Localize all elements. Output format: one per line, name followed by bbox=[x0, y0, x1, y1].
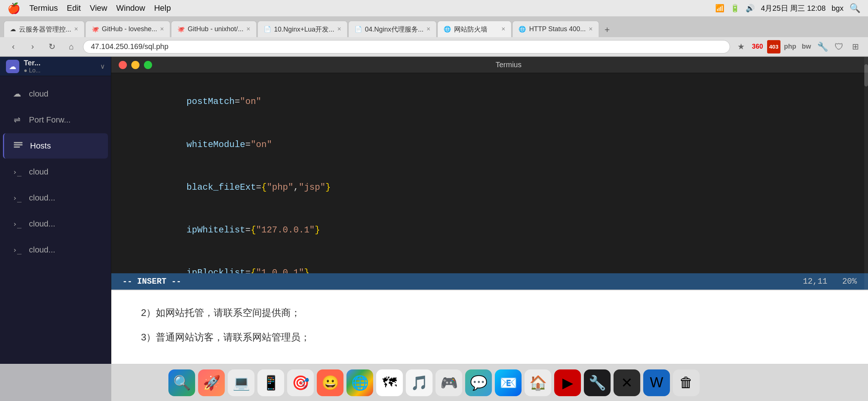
code-line-2: whiteModule="on" bbox=[122, 123, 857, 166]
browser-chrome: ☁ 云服务器管理控... × 🐙 GitHub - loveshe... × 🐙… bbox=[0, 16, 868, 57]
address-bar: ‹ › ↻ ⌂ ★ 360 403 php bw 🔧 🛡 ⊞ bbox=[0, 37, 868, 56]
cloud-icon: ☁ bbox=[10, 87, 24, 101]
dock-app-3[interactable]: 🎯 bbox=[287, 369, 314, 396]
sidebar-item-portforward-label: Port Forw... bbox=[29, 115, 70, 125]
tab-6[interactable]: 🌐 网站防火墙 × bbox=[437, 21, 512, 37]
tab-4-close[interactable]: × bbox=[337, 25, 341, 33]
terminal-title: Termius bbox=[496, 61, 522, 69]
forward-button[interactable]: › bbox=[25, 39, 40, 54]
dock-app-5[interactable]: 🗺 bbox=[376, 369, 403, 396]
dock-app-9[interactable]: 📧 bbox=[495, 369, 522, 396]
tab-5[interactable]: 📄 04.Nginx代理服务... × bbox=[348, 21, 437, 37]
extension-2[interactable]: 🛡 bbox=[832, 40, 846, 53]
php-badge: php bbox=[783, 40, 797, 53]
tab-1-favicon: ☁ bbox=[10, 26, 16, 33]
sidebar-chevron[interactable]: ∨ bbox=[100, 62, 105, 71]
sidebar-title-area: Ter... ● Lo... bbox=[24, 59, 96, 74]
address-bar-right: ★ 360 403 php bw 🔧 🛡 ⊞ bbox=[734, 40, 862, 53]
webpage-item-1: 2）如网站托管，请联系空间提供商； bbox=[141, 305, 838, 321]
tab-1-close[interactable]: × bbox=[74, 25, 78, 33]
back-button[interactable]: ‹ bbox=[6, 39, 21, 54]
hosts-icon bbox=[11, 139, 25, 153]
refresh-button[interactable]: ↻ bbox=[45, 39, 59, 54]
tab-4[interactable]: 📄 10.Nginx+Lua开发... × bbox=[257, 21, 348, 37]
tab-7-close[interactable]: × bbox=[589, 25, 593, 33]
sidebar-item-cloud2[interactable]: ›_ cloud bbox=[3, 159, 108, 185]
terminus-logo: ☁ bbox=[6, 60, 19, 73]
menu-edit[interactable]: Edit bbox=[67, 3, 81, 13]
sidebar-item-cloud2-label: cloud bbox=[29, 167, 49, 177]
spotlight-icon[interactable]: 🔍 bbox=[849, 3, 861, 13]
dock-app-10[interactable]: 🏠 bbox=[525, 369, 551, 396]
editor-content[interactable]: postMatch="on" whiteModule="on" black_fi… bbox=[111, 73, 868, 273]
error-badge: 403 bbox=[767, 40, 780, 53]
dock-app-12[interactable]: 🔧 bbox=[584, 369, 611, 396]
dock-app-2[interactable]: 📱 bbox=[257, 369, 284, 396]
sidebar-item-portforward[interactable]: ⇌ Port Forw... bbox=[3, 107, 108, 133]
tab-5-favicon: 📄 bbox=[355, 26, 362, 33]
terminus-sidebar: ☁ Ter... ● Lo... ∨ ☁ cloud ⇌ Port F bbox=[0, 57, 111, 401]
menu-user: bgx bbox=[832, 4, 844, 13]
editor-scrollbar[interactable] bbox=[864, 57, 868, 401]
sidebar-item-hosts-label: Hosts bbox=[30, 141, 51, 151]
new-tab-button[interactable]: + bbox=[600, 22, 615, 37]
tab-6-close[interactable]: × bbox=[502, 25, 506, 33]
tab-2-title: GitHub - loveshe... bbox=[102, 25, 157, 33]
terminal-icon-4: ›_ bbox=[10, 243, 24, 257]
tab-2-close[interactable]: × bbox=[160, 25, 164, 33]
tab-4-favicon: 📄 bbox=[264, 26, 271, 33]
menu-help[interactable]: Help bbox=[154, 3, 171, 13]
360-icon[interactable]: 360 bbox=[751, 40, 764, 53]
sidebar-item-hosts[interactable]: Hosts bbox=[3, 133, 108, 159]
terminus-window: Termius postMatch="on" whiteModule="on" … bbox=[111, 57, 868, 401]
menu-window[interactable]: Window bbox=[116, 3, 145, 13]
url-input[interactable] bbox=[83, 40, 730, 53]
code-line-4: ipWhitelist={"127.0.0.1"} bbox=[122, 209, 857, 252]
dock-trash[interactable]: 🗑 bbox=[673, 369, 700, 396]
sidebar-item-cloud1[interactable]: ☁ cloud bbox=[3, 81, 108, 107]
tab-4-title: 10.Nginx+Lua开发... bbox=[274, 25, 335, 34]
terminal-icon-2: ›_ bbox=[10, 191, 24, 205]
extension-1[interactable]: 🔧 bbox=[816, 40, 829, 53]
tab-2-favicon: 🐙 bbox=[92, 26, 99, 33]
webpage-item-2: 3）普通网站访客，请联系网站管理员； bbox=[141, 330, 838, 345]
tab-3[interactable]: 🐙 GitHub - unixhot/... × bbox=[171, 21, 257, 37]
scrollbar-thumb[interactable] bbox=[864, 64, 868, 87]
bookmark-icon[interactable]: ★ bbox=[734, 40, 748, 53]
scroll-percent: 20% bbox=[842, 277, 857, 286]
tab-2[interactable]: 🐙 GitHub - loveshe... × bbox=[85, 21, 171, 37]
dock-app-6[interactable]: 🎵 bbox=[406, 369, 433, 396]
dock-app-4[interactable]: 😀 bbox=[317, 369, 343, 396]
sidebar-item-cloud4[interactable]: ›_ cloud... bbox=[3, 211, 108, 237]
code-line-3: black_fileExt={"php","jsp"} bbox=[122, 166, 857, 209]
terminal-icon-1: ›_ bbox=[10, 165, 24, 179]
tab-3-close[interactable]: × bbox=[246, 25, 250, 33]
window-minimize-button[interactable] bbox=[131, 61, 139, 69]
dock-finder[interactable]: 🔍 bbox=[168, 369, 195, 396]
dock-app-7[interactable]: 🎮 bbox=[435, 369, 462, 396]
tab-7[interactable]: 🌐 HTTP Status 400... × bbox=[512, 21, 599, 37]
sidebar-item-cloud3[interactable]: ›_ cloud... bbox=[3, 185, 108, 211]
dock-app-8[interactable]: 💬 bbox=[465, 369, 492, 396]
menu-bar-right: 📶 🔋 🔊 4月25日 周三 12:08 bgx 🔍 bbox=[715, 3, 861, 13]
dock-app-14[interactable]: W bbox=[643, 369, 670, 396]
dock-launchpad[interactable]: 🚀 bbox=[198, 369, 225, 396]
tab-5-close[interactable]: × bbox=[427, 25, 431, 33]
apple-menu[interactable]: 🍎 bbox=[7, 2, 20, 14]
dock-app-11[interactable]: ▶ bbox=[554, 369, 581, 396]
dock-app-1[interactable]: 💻 bbox=[228, 369, 254, 396]
home-button[interactable]: ⌂ bbox=[64, 39, 79, 54]
window-maximize-button[interactable] bbox=[144, 61, 152, 69]
sidebar-item-cloud1-label: cloud bbox=[29, 89, 49, 99]
window-close-button[interactable] bbox=[119, 61, 127, 69]
menu-termius[interactable]: Termius bbox=[29, 3, 58, 13]
dock-app-13[interactable]: ✕ bbox=[614, 369, 640, 396]
dock-browser[interactable]: 🌐 bbox=[346, 369, 373, 396]
sidebar-item-cloud5[interactable]: ›_ cloud... bbox=[3, 237, 108, 263]
sidebar-subtitle: ● Lo... bbox=[24, 67, 96, 74]
terminal-status-bar: -- INSERT -- 12,11 20% bbox=[111, 273, 868, 290]
dock: 🔍 🚀 💻 📱 🎯 😀 🌐 🗺 🎵 🎮 💬 📧 🏠 ▶ 🔧 ✕ W 🗑 bbox=[0, 364, 868, 401]
menu-view[interactable]: View bbox=[90, 3, 107, 13]
extension-bar[interactable]: ⊞ bbox=[849, 40, 862, 53]
tab-1[interactable]: ☁ 云服务器管理控... × bbox=[4, 21, 85, 37]
